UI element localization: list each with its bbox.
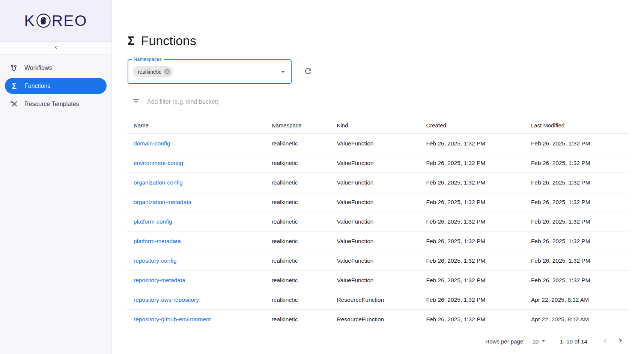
sidebar-item-functions[interactable]: Σ Functions: [5, 78, 107, 94]
cell-created: Feb 26, 2025, 1:32 PM: [420, 192, 525, 212]
cell-last-modified: Feb 26, 2025, 1:32 PM: [525, 251, 629, 271]
cell-kind: ValueFunction: [331, 271, 420, 290]
chevron-down-icon: [278, 67, 287, 76]
next-page-button[interactable]: [613, 334, 628, 349]
function-name-link[interactable]: platform-config: [134, 218, 172, 225]
refresh-button[interactable]: [301, 64, 316, 79]
namespace-chip[interactable]: realkinetic: [133, 66, 173, 77]
cell-kind: ValueFunction: [331, 231, 420, 251]
function-name-link[interactable]: domain-config: [134, 140, 170, 147]
pagination-bar: Rows per page: 10 1–10 of 14: [128, 329, 629, 349]
filter-icon: [132, 97, 140, 107]
cell-namespace: realkinetic: [266, 251, 331, 271]
cell-last-modified: Feb 26, 2025, 1:32 PM: [525, 271, 629, 290]
filter-bar: [128, 94, 629, 109]
chevron-left-icon: [53, 44, 59, 52]
logo-block: K REO: [0, 0, 111, 41]
cell-namespace: realkinetic: [266, 290, 331, 310]
table-row[interactable]: organization-config realkinetic ValueFun…: [128, 173, 629, 192]
rows-per-page-select[interactable]: 10: [532, 337, 547, 346]
cell-namespace: realkinetic: [266, 231, 331, 251]
namespaces-select-label: Namespaces: [132, 57, 164, 62]
sidebar-item-workflows[interactable]: Workflows: [5, 60, 107, 76]
sidebar-item-resource-templates[interactable]: Resource Templates: [5, 96, 107, 112]
column-header: Name: [128, 117, 266, 134]
cell-last-modified: Feb 26, 2025, 1:32 PM: [525, 134, 629, 153]
function-name-link[interactable]: platform-metadata: [134, 238, 181, 244]
function-name-link[interactable]: organization-config: [134, 179, 183, 186]
cell-namespace: realkinetic: [266, 192, 331, 212]
cell-namespace: realkinetic: [266, 212, 331, 231]
cell-namespace: realkinetic: [266, 173, 331, 192]
cell-last-modified: Apr 22, 2025, 8:12 AM: [525, 310, 629, 329]
table-row[interactable]: domain-config realkinetic ValueFunction …: [128, 134, 629, 153]
cell-last-modified: Feb 26, 2025, 1:32 PM: [525, 231, 629, 251]
column-header: Created: [420, 117, 525, 134]
table-row[interactable]: environment-config realkinetic ValueFunc…: [128, 153, 629, 173]
table-row[interactable]: repository-config realkinetic ValueFunct…: [128, 251, 629, 271]
top-app-bar: [112, 0, 644, 20]
cell-namespace: realkinetic: [266, 271, 331, 290]
table-row[interactable]: platform-metadata realkinetic ValueFunct…: [128, 231, 629, 251]
cell-created: Feb 26, 2025, 1:32 PM: [420, 153, 525, 173]
chevron-left-icon: [600, 336, 610, 347]
sigma-title-icon: Σ: [128, 35, 135, 47]
cell-last-modified: Feb 26, 2025, 1:32 PM: [525, 153, 629, 173]
pagination-range-label: 1–10 of 14: [560, 338, 587, 345]
penguin-logo-icon: [36, 13, 51, 29]
sidebar: K REO Workflows: [0, 0, 112, 354]
logo-text-k: K: [24, 13, 35, 29]
cell-kind: ValueFunction: [331, 153, 420, 173]
cell-created: Feb 26, 2025, 1:32 PM: [420, 212, 525, 231]
table-row[interactable]: repository-metadata realkinetic ValueFun…: [128, 271, 629, 290]
cell-kind: ValueFunction: [331, 192, 420, 212]
function-name-link[interactable]: repository-github-environment: [134, 316, 211, 322]
sidebar-item-label: Resource Templates: [24, 101, 79, 107]
function-name-link[interactable]: environment-config: [134, 160, 183, 166]
function-name-link[interactable]: repository-aws-repository: [134, 297, 199, 303]
main-content: Σ Functions Namespaces realkinetic: [112, 0, 644, 354]
cell-namespace: realkinetic: [266, 310, 331, 329]
rows-per-page-label: Rows per page:: [485, 338, 525, 345]
function-name-link[interactable]: repository-config: [134, 257, 177, 264]
sidebar-item-label: Workflows: [24, 65, 52, 71]
table-row[interactable]: organization-metadata realkinetic ValueF…: [128, 192, 629, 212]
sidebar-collapse-button[interactable]: [0, 41, 111, 54]
previous-page-button: [598, 334, 613, 349]
cell-created: Feb 26, 2025, 1:32 PM: [420, 134, 525, 153]
namespaces-select[interactable]: Namespaces realkinetic: [128, 59, 292, 84]
functions-table: NameNamespaceKindCreatedLast Modified do…: [128, 117, 629, 329]
cell-kind: ValueFunction: [331, 134, 420, 153]
cell-kind: ResourceFunction: [331, 290, 420, 310]
cell-kind: ResourceFunction: [331, 310, 420, 329]
chevron-down-icon: [540, 337, 547, 346]
cell-created: Feb 26, 2025, 1:32 PM: [420, 173, 525, 192]
table-row[interactable]: repository-aws-repository realkinetic Re…: [128, 290, 629, 310]
table-row[interactable]: platform-config realkinetic ValueFunctio…: [128, 212, 629, 231]
page-title-row: Σ Functions: [128, 32, 629, 50]
page-title: Functions: [141, 32, 196, 50]
function-name-link[interactable]: organization-metadata: [134, 199, 191, 205]
column-header: Last Modified: [525, 117, 629, 134]
cell-created: Feb 26, 2025, 1:32 PM: [420, 251, 525, 271]
workflow-icon: [10, 64, 19, 72]
logo-text-rest: REO: [52, 13, 87, 29]
column-header: Namespace: [266, 117, 331, 134]
tools-icon: [10, 100, 19, 108]
cell-created: Feb 26, 2025, 1:32 PM: [420, 290, 525, 310]
chip-delete-icon[interactable]: [164, 68, 171, 75]
cell-created: Feb 26, 2025, 1:32 PM: [420, 231, 525, 251]
cell-namespace: realkinetic: [266, 153, 331, 173]
sigma-icon: Σ: [10, 82, 19, 90]
table-row[interactable]: repository-github-environment realkineti…: [128, 310, 629, 329]
cell-kind: ValueFunction: [331, 173, 420, 192]
filter-input[interactable]: [146, 98, 433, 106]
cell-namespace: realkinetic: [266, 134, 331, 153]
koreo-logo: K REO: [24, 13, 87, 29]
cell-kind: ValueFunction: [331, 212, 420, 231]
cell-last-modified: Apr 22, 2025, 8:12 AM: [525, 290, 629, 310]
sidebar-nav: Workflows Σ Functions Resource Templates: [0, 54, 111, 117]
sidebar-item-label: Functions: [24, 83, 50, 89]
cell-last-modified: Feb 26, 2025, 1:32 PM: [525, 173, 629, 192]
function-name-link[interactable]: repository-metadata: [134, 277, 185, 283]
